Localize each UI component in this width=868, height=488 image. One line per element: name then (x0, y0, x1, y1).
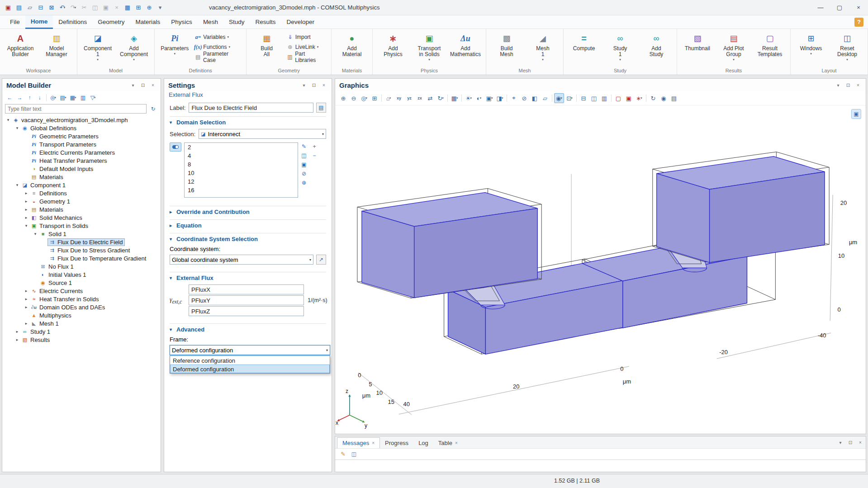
section-header-equation[interactable]: ▸ Equation (170, 222, 326, 229)
environment-reflections-button[interactable]: ◐▾ (474, 93, 484, 103)
ribbon-parameters-button[interactable]: PiParameters▾ (157, 31, 192, 65)
print-button[interactable]: ▤ (669, 93, 679, 103)
ribbon-compute-button[interactable]: =Compute (566, 31, 602, 65)
close-panel[interactable]: × (320, 81, 327, 89)
tree-node-materials[interactable]: ▤Materials (2, 173, 161, 181)
tree-node-electric-currents-parameters[interactable]: PiElectric Currents Parameters (2, 148, 161, 156)
go-to-yz-view-button[interactable]: yz (404, 93, 414, 103)
float-panel[interactable]: ⊡ (139, 81, 147, 89)
tree-node-no-flux-1[interactable]: ⊠No Flux 1 (2, 262, 161, 270)
reset-hidden-button[interactable]: ↻ (648, 93, 658, 103)
add-to-selection-button[interactable]: + (310, 142, 319, 151)
go-to-xy-view-button[interactable]: xy (394, 93, 404, 103)
flux-field-pfluxx[interactable] (189, 284, 304, 294)
section-header-external-flux[interactable]: ▾ External Flux (170, 275, 326, 281)
panel-menu-caret[interactable]: ▾ (835, 81, 842, 89)
close-icon[interactable]: × (455, 441, 458, 445)
ribbon-livelink-button[interactable]: ⊛LiveLink▾ (285, 43, 328, 52)
ribbon-add-plot-group-button[interactable]: ▤Add PlotGroup▾ (716, 31, 751, 65)
chevron-right-icon[interactable]: ▸ (23, 207, 29, 212)
remove-from-selection-button[interactable]: − (310, 152, 319, 160)
select-box-button[interactable]: ▢ (613, 93, 623, 103)
toggle-tree-button[interactable]: ▦▾ (68, 93, 78, 102)
scene-light-button[interactable]: ☀▾ (464, 93, 474, 103)
copy-selection-button[interactable]: ◫ (299, 152, 308, 160)
ribbon-add-study-button[interactable]: ∞AddStudy (639, 31, 674, 65)
menu-item-developer[interactable]: Developer (281, 15, 320, 29)
move-up-button[interactable]: ↑ (25, 93, 34, 102)
chevron-down-icon[interactable]: ▾ (32, 232, 38, 236)
menu-item-study[interactable]: Study (223, 15, 250, 29)
go-to-source-button[interactable]: ↗ (316, 255, 326, 265)
customize-toolbar-caret[interactable]: ▾ (155, 2, 166, 13)
snapshot-button[interactable]: ◉ (659, 93, 669, 103)
tree-node-mesh-1[interactable]: ▸◣Mesh 1 (2, 319, 161, 327)
section-header-advanced[interactable]: ▾ Advanced (170, 326, 326, 333)
tree-node-component-1[interactable]: ▾◪Component 1 (2, 181, 161, 189)
compute-button[interactable]: ⊞ (133, 2, 144, 13)
go-to-zx-view-button[interactable]: zx (415, 93, 425, 103)
tree-node-multiphysics[interactable]: ▲Multiphysics (2, 311, 161, 319)
tab-progress[interactable]: Progress (380, 437, 413, 448)
go-to-view-button[interactable]: ⇄ (425, 93, 435, 103)
tree-node-global-definitions[interactable]: ▾◉Global Definitions (2, 124, 161, 132)
tree-node-transport-in-solids[interactable]: ▾▣Transport in Solids (2, 222, 161, 230)
redo-button[interactable]: ↷▾ (68, 2, 79, 13)
ribbon-build-all-button[interactable]: ▦BuildAll (249, 31, 284, 65)
tree-node-flux-due-to-stress-gradient[interactable]: ⇉Flux Due to Stress Gradient (2, 246, 161, 254)
selection-list-item[interactable]: 16 (185, 186, 298, 194)
tree-node-materials[interactable]: ▸▤Materials (2, 205, 161, 213)
menu-item-physics[interactable]: Physics (166, 15, 198, 29)
tree-node-domain-odes-and-daes[interactable]: ▸∂uDomain ODEs and DAEs (2, 303, 161, 311)
image-effects-button[interactable]: ◨▾ (495, 93, 505, 103)
ribbon-import-button[interactable]: ⇓Import (285, 33, 328, 42)
menu-item-home[interactable]: Home (25, 15, 53, 29)
coordinate-system-combobox[interactable]: Global coordinate system ▾ (170, 255, 313, 265)
flux-field-pfluxz[interactable] (189, 306, 304, 316)
minimize-button[interactable]: — (811, 0, 830, 15)
show-grid-button[interactable]: ▦▾ (450, 93, 460, 103)
selection-list-item[interactable]: 12 (185, 177, 298, 186)
tree-filter-input[interactable] (5, 104, 147, 114)
flux-field-pfluxy[interactable] (189, 295, 304, 305)
open-file-button[interactable]: ▱ (24, 2, 35, 13)
save-as-button[interactable]: ⊠ (46, 2, 57, 13)
help-icon[interactable]: ? (854, 18, 863, 27)
menu-item-geometry[interactable]: Geometry (92, 15, 130, 29)
build-all-button[interactable]: ▦ (122, 2, 133, 13)
show-button[interactable]: ◎▾ (48, 93, 58, 102)
ribbon-study-1-button[interactable]: ∞Study1▾ (602, 31, 638, 65)
move-down-button[interactable]: ↓ (35, 93, 44, 102)
ribbon-functions-button[interactable]: f(x)Functions▾ (193, 43, 243, 52)
ribbon-component-1-button[interactable]: ◪Component1▾ (80, 31, 115, 65)
tree-node-geometric-parameters[interactable]: PiGeometric Parameters (2, 132, 161, 140)
cut-button[interactable]: ✂ (79, 2, 90, 13)
ribbon-variables-button[interactable]: a=Variables▾ (193, 33, 243, 42)
menu-item-mesh[interactable]: Mesh (198, 15, 223, 29)
zoom-extents-button[interactable]: ⊞ (370, 93, 379, 103)
chevron-right-icon[interactable]: ▸ (23, 297, 29, 301)
tree-node-default-model-inputs[interactable]: ◑Default Model Inputs (2, 165, 161, 173)
active-toggle[interactable] (170, 142, 181, 152)
copy-text-button[interactable]: ◫ (349, 450, 359, 459)
tree-node-study-1[interactable]: ▸∞Study 1 (2, 327, 161, 336)
menu-item-definitions[interactable]: Definitions (53, 15, 92, 29)
paste-selection-button[interactable]: ▣ (299, 161, 308, 169)
zoom-to-selection-button[interactable]: ⊕ (299, 179, 308, 187)
float-panel[interactable]: ⊡ (847, 439, 854, 446)
save-button[interactable]: ⊟ (35, 2, 46, 13)
dropdown-option-reference-configuration[interactable]: Reference configuration (170, 356, 330, 365)
tree-node-heat-transfer-in-solids[interactable]: ▸≈Heat Transfer in Solids (2, 295, 161, 303)
panel-menu-caret[interactable]: ▾ (300, 81, 308, 89)
tree-node-solid-mechanics[interactable]: ▸◧Solid Mechanics (2, 213, 161, 222)
ribbon-model-manager-button[interactable]: ▥ModelManager (39, 31, 74, 65)
ribbon-thumbnail-button[interactable]: ▧Thumbnail (680, 31, 715, 65)
delete-button[interactable]: × (111, 2, 122, 13)
filter-button[interactable]: ▽▾ (88, 93, 98, 102)
tree-node-solid-1[interactable]: ▾■Solid 1 (2, 230, 161, 238)
view-unhidden-button[interactable]: ◉▾ (554, 93, 564, 103)
back-button[interactable]: ← (5, 93, 14, 102)
scene-window-button[interactable]: ⊡▾ (564, 93, 574, 103)
tree-node-flux-due-to-electric-field[interactable]: ⇉Flux Due to Electric Field (2, 238, 161, 246)
ribbon-build-mesh-button[interactable]: ▩BuildMesh (489, 31, 524, 65)
